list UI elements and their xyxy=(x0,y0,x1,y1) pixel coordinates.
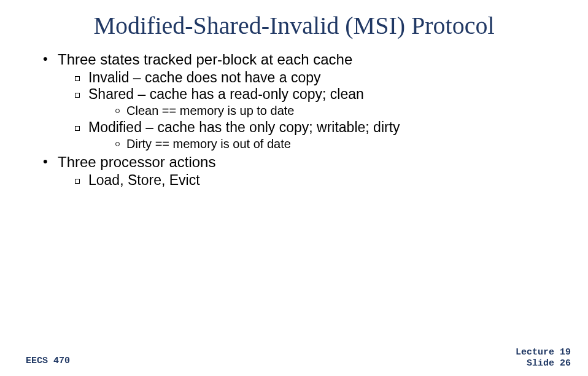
bullet-text: Three processor actions xyxy=(58,154,215,170)
footer-slide-info: Lecture 19 Slide 26 xyxy=(516,347,571,370)
bullet-text: Modified – cache has the only copy; writ… xyxy=(88,119,400,135)
bullet-level2: Modified – cache has the only copy; writ… xyxy=(75,119,551,151)
footer-slide-number: Slide 26 xyxy=(516,358,571,370)
bullet-text: Three states tracked per-block at each c… xyxy=(58,51,352,68)
bullet-level3: Dirty == memory is out of date xyxy=(115,137,551,151)
bullet-level2: Invalid – cache does not have a copy xyxy=(75,69,551,86)
bullet-text: Clean == memory is up to date xyxy=(126,104,294,117)
slide-title: Modified-Shared-Invalid (MSI) Protocol xyxy=(0,0,588,40)
bullet-text: Dirty == memory is out of date xyxy=(126,137,291,151)
bullet-text: Invalid – cache does not have a copy xyxy=(88,69,320,85)
bullet-text: Load, Store, Evict xyxy=(88,172,200,188)
slide-content: Three states tracked per-block at each c… xyxy=(0,40,588,189)
bullet-text: Shared – cache has a read-only copy; cle… xyxy=(88,86,364,102)
footer-lecture-number: Lecture 19 xyxy=(516,347,571,359)
bullet-level2: Load, Store, Evict xyxy=(75,172,551,189)
footer-course-code: EECS 470 xyxy=(26,356,70,366)
bullet-level1: Three processor actions Load, Store, Evi… xyxy=(43,154,551,189)
bullet-level2: Shared – cache has a read-only copy; cle… xyxy=(75,86,551,118)
bullet-level1: Three states tracked per-block at each c… xyxy=(43,51,551,151)
bullet-level3: Clean == memory is up to date xyxy=(115,104,551,118)
